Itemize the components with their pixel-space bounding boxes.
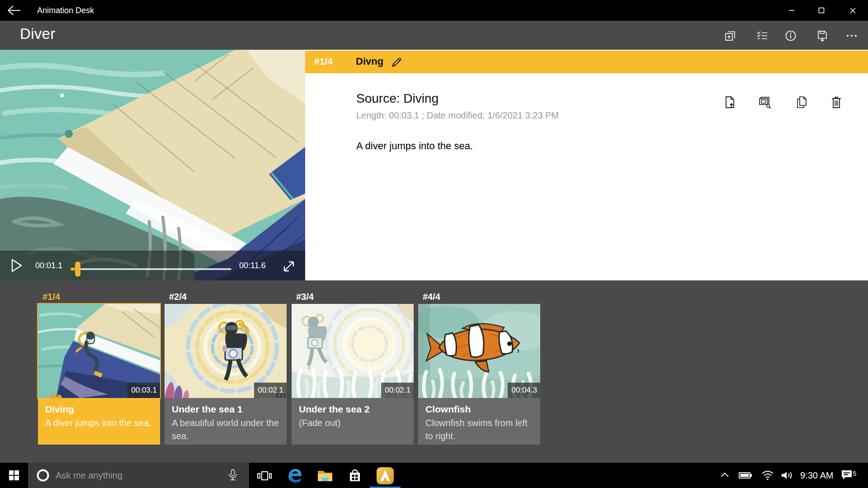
tray-chevron-button[interactable] <box>719 470 731 481</box>
fullscreen-button[interactable] <box>281 259 297 274</box>
more-button[interactable] <box>846 30 858 42</box>
wifi-button[interactable] <box>761 470 774 481</box>
delete-scene-button[interactable] <box>829 95 844 109</box>
notification-count-badge: 5 <box>853 469 856 477</box>
scene-index-label: #3/4 <box>296 292 314 302</box>
info-button[interactable] <box>785 30 797 42</box>
close-icon <box>849 7 856 14</box>
scene-header: #1/4 Divng <box>305 51 868 73</box>
battery-button[interactable] <box>739 470 752 481</box>
search-input[interactable]: Ask me anything <box>28 463 249 488</box>
scene-description: A diver jumps into the sea. <box>356 140 473 152</box>
taskbar-clock[interactable]: 9:30 AM <box>800 470 833 481</box>
export-icon <box>816 30 828 42</box>
scene-duration: 00:03.1 <box>131 386 157 395</box>
preview-scenes-icon <box>757 95 772 109</box>
scene-duration: 00:02.1 <box>385 386 410 395</box>
scene-description: (Fade out) <box>299 417 406 430</box>
pencil-icon <box>390 56 403 69</box>
taskbar: Ask me anything <box>0 463 868 488</box>
action-center-button[interactable] <box>840 469 854 482</box>
start-button[interactable] <box>0 463 28 488</box>
store-button[interactable] <box>344 465 366 486</box>
file-explorer-button[interactable] <box>314 465 336 486</box>
volume-icon <box>780 470 794 481</box>
app-title: Animation Desk <box>37 6 94 15</box>
animation-desk-button[interactable] <box>374 465 396 486</box>
scene-name: Divng <box>356 56 383 67</box>
share-scene-button[interactable] <box>723 95 737 109</box>
add-scene-button[interactable] <box>724 30 736 42</box>
scene-thumbnail[interactable]: 00:02.1 <box>165 304 287 398</box>
scene-description: A diver jumps into the sea. <box>45 417 153 430</box>
volume-button[interactable] <box>780 470 794 481</box>
scene-thumbnail[interactable]: 00:02.1 <box>292 304 414 398</box>
scene-description: Clownfish swims from left to right. <box>425 417 533 443</box>
share-scene-icon <box>723 95 737 109</box>
scene-index-label: #1/4 <box>314 56 333 67</box>
scene-card-body[interactable]: Clownfish Clownfish swims from left to r… <box>418 398 540 445</box>
scene-index-label: #1/4 <box>42 292 60 302</box>
scene-duration: 00:02.1 <box>258 386 283 395</box>
back-arrow-icon <box>6 4 23 17</box>
minimize-icon <box>788 7 795 14</box>
maximize-icon <box>818 7 825 14</box>
seek-track[interactable] <box>71 268 231 270</box>
play-button[interactable] <box>11 259 24 272</box>
microphone-button[interactable] <box>227 469 241 482</box>
duplicate-icon <box>795 95 809 109</box>
wifi-icon <box>761 470 774 481</box>
total-time: 00:11.6 <box>239 261 266 270</box>
add-scene-icon <box>724 30 736 42</box>
animation-desk-icon <box>376 467 394 485</box>
action-center-icon <box>840 469 854 482</box>
edge-button[interactable] <box>284 465 306 486</box>
more-icon <box>846 30 858 42</box>
scene-card-body[interactable]: Under the sea 2 (Fade out) <box>292 398 414 445</box>
scene-title: Diving <box>45 403 153 415</box>
scene-card-body[interactable]: Under the sea 1 A beautiful world under … <box>165 398 287 445</box>
scene-duration-badge: 00:03.1 <box>127 383 160 398</box>
export-button[interactable] <box>816 30 828 42</box>
edge-icon <box>287 468 303 484</box>
file-explorer-icon <box>317 469 333 483</box>
maximize-button[interactable] <box>809 0 834 21</box>
task-view-icon <box>257 470 272 482</box>
task-view-button[interactable] <box>254 465 275 486</box>
duplicate-scene-button[interactable] <box>795 95 809 109</box>
close-button[interactable] <box>840 0 865 21</box>
preview-scenes-button[interactable] <box>757 95 772 109</box>
scene-title: Clownfish <box>425 403 533 415</box>
search-placeholder: Ask me anything <box>56 470 123 481</box>
playhead[interactable] <box>75 261 80 277</box>
scene-list-button[interactable] <box>756 30 768 42</box>
source-meta: Length: 00:03.1 ; Date modified: 1/6/202… <box>356 110 559 121</box>
animation-desk-window: Animation Desk Diver <box>0 0 868 488</box>
minimize-button[interactable] <box>779 0 804 21</box>
scene-detail-panel: #1/4 Divng Source: Diving Length: 00:03.… <box>305 50 868 280</box>
title-bar: Animation Desk <box>0 0 868 21</box>
scene-card-body[interactable]: Diving A diver jumps into the sea. <box>38 398 160 445</box>
scene-preview[interactable]: 00:01.1 00:11.6 <box>0 50 305 280</box>
scene-title: Under the sea 1 <box>172 403 279 415</box>
scene-duration: 00:04.3 <box>511 386 537 395</box>
current-time: 00:01.1 <box>35 261 62 270</box>
back-button[interactable] <box>6 4 23 17</box>
cortana-icon <box>36 469 50 482</box>
source-title: Source: Diving <box>356 91 439 106</box>
scene-filmstrip: #1/4 <box>0 280 868 463</box>
scene-thumbnail[interactable]: 00:03.1 <box>38 304 160 398</box>
preview-artwork <box>0 50 305 280</box>
chevron-up-icon <box>719 470 731 481</box>
command-bar: Diver <box>0 21 868 50</box>
scene-thumbnail[interactable]: 00:04.3 <box>418 304 540 398</box>
scene-duration-badge: 00:02.1 <box>381 383 414 398</box>
delete-icon <box>829 95 844 109</box>
microphone-icon <box>227 469 239 482</box>
scene-index-label: #2/4 <box>169 292 187 302</box>
scene-duration-badge: 00:04.3 <box>508 383 540 398</box>
page-title: Diver <box>20 25 56 43</box>
store-icon <box>347 468 363 483</box>
scene-description: A beautiful world under the sea. <box>172 417 279 443</box>
rename-scene-button[interactable] <box>390 56 403 69</box>
